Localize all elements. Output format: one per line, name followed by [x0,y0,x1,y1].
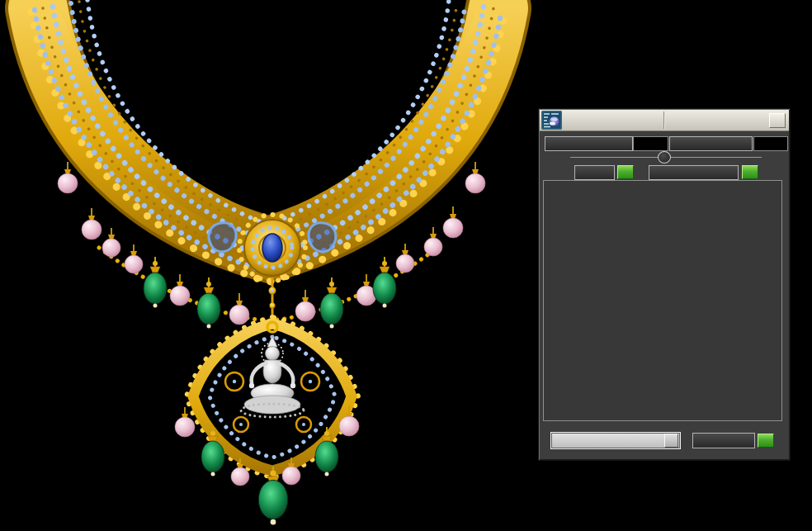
gem-reporter-panel [538,108,791,461]
dropdown-arrow-button[interactable] [664,434,678,448]
total-gem-count-label [669,136,753,151]
close-button[interactable] [769,113,786,128]
save-report-button[interactable] [649,165,739,180]
save-report-run-button[interactable] [742,165,758,179]
titlebar-divider [663,111,664,129]
deity-figure [241,336,304,417]
application-screen [0,0,812,531]
update-run-button[interactable] [617,165,634,179]
total-gem-weight-value [633,136,668,151]
sapphire-center-stone [262,234,282,262]
update-button[interactable] [574,165,615,180]
total-gem-weight-label [545,136,633,151]
paisley-motif [309,223,336,252]
titlebar[interactable] [540,110,789,131]
gem-table [543,180,782,421]
necklace-render [0,0,536,531]
material-dropdown[interactable] [550,432,681,449]
viewport-3d[interactable] [0,0,536,531]
total-gem-count-value [753,136,788,151]
set-material-button[interactable] [692,433,755,448]
paisley-motif [209,223,236,252]
collapse-button[interactable] [658,151,671,164]
set-material-run-button[interactable] [758,434,774,448]
gem-report-icon [541,111,562,130]
